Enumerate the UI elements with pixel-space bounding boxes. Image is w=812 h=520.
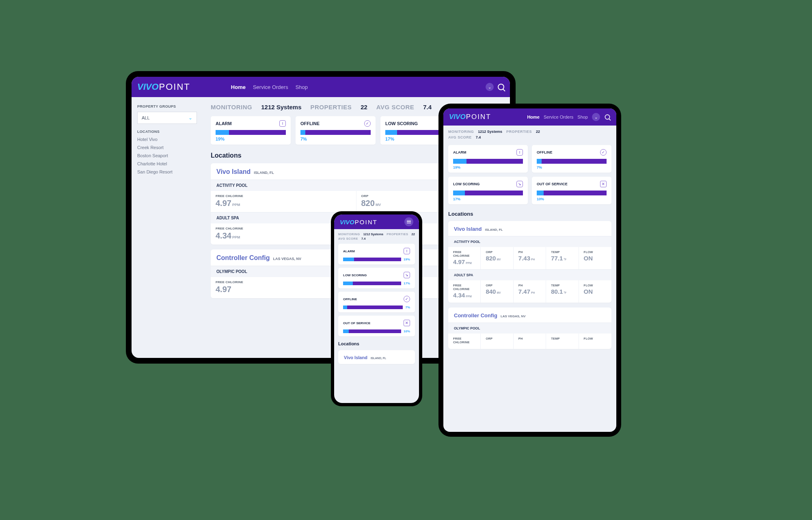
logo[interactable]: VIVOPOINT — [449, 113, 491, 121]
wrench-icon: ✕ — [600, 181, 607, 187]
search-icon[interactable] — [498, 84, 504, 90]
search-icon[interactable] — [605, 115, 610, 120]
nav-home[interactable]: Home — [231, 84, 246, 90]
main: MONITORING1212 Systems PROPERTIES22 AVG … — [334, 229, 419, 403]
status-cards: ALARM! 19% LOW SCORING↘ 17% OFFLINE✓ 7% … — [338, 244, 415, 336]
screen: VIVOPOINT MONITORING1212 Systems PROPERT… — [334, 214, 419, 403]
card-offline[interactable]: OFFLINE✓ 7% — [532, 145, 611, 173]
status-cards: ALARM! 19% OFFLINE✓ 7% LOW SCORING↘ 17% … — [448, 145, 611, 204]
chevron-down-icon[interactable]: ⌄ — [592, 113, 600, 121]
alert-icon: ! — [404, 248, 410, 254]
nav-orders[interactable]: Service Orders — [253, 84, 288, 90]
logo[interactable]: VIVOPOINT — [340, 219, 378, 225]
sidebar-item[interactable]: San Diego Resort — [137, 169, 197, 174]
chevron-down-icon: ⌄ — [188, 115, 192, 121]
nav: Home Service Orders Shop — [231, 84, 308, 90]
device-tablet-portrait: VIVOPOINT Home Service Orders Shop ⌄ MON… — [438, 104, 621, 437]
alert-icon: ! — [279, 120, 286, 127]
card-alarm[interactable]: ALARM! 19% — [448, 145, 528, 173]
header: VIVOPOINT — [334, 214, 419, 229]
card-offline[interactable]: OFFLINE✓ 7% — [338, 292, 415, 312]
sidebar-item[interactable]: Boston Seaport — [137, 153, 197, 158]
sidebar-item[interactable]: Hotel Vivo — [137, 137, 197, 142]
locations-heading: Locations — [338, 341, 415, 346]
sidebar: PROPERTY GROUPS ALL⌄ LOCATIONS Hotel Viv… — [132, 97, 203, 358]
arrow-down-right-icon: ↘ — [404, 272, 410, 278]
sidebar-locations-label: LOCATIONS — [137, 130, 197, 134]
sidebar-item[interactable]: Charlotte Hotel — [137, 161, 197, 166]
header: VIVOPOINT Home Service Orders Shop ⌄ — [132, 77, 510, 97]
card-low-scoring[interactable]: LOW SCORING↘ 17% — [338, 268, 415, 288]
screen: VIVOPOINT Home Service Orders Shop ⌄ MON… — [443, 108, 616, 432]
card-alarm[interactable]: ALARM! 19% — [338, 244, 415, 264]
main: MONITORING1212 Systems PROPERTIES22 AVG … — [443, 126, 616, 432]
card-alarm[interactable]: ALARM! 19% — [211, 116, 291, 145]
sidebar-item[interactable]: Creek Resort — [137, 145, 197, 150]
check-icon: ✓ — [600, 149, 607, 156]
locations-heading: Locations — [448, 211, 611, 217]
header: VIVOPOINT Home Service Orders Shop ⌄ — [443, 108, 616, 126]
nav-home[interactable]: Home — [527, 115, 540, 119]
card-out-of-service[interactable]: OUT OF SERVICE✕ 10% — [338, 316, 415, 336]
nav-shop[interactable]: Shop — [577, 115, 588, 119]
device-phone: VIVOPOINT MONITORING1212 Systems PROPERT… — [331, 211, 422, 406]
property-group-select[interactable]: ALL⌄ — [137, 112, 197, 124]
card-offline[interactable]: OFFLINE✓ 7% — [296, 116, 376, 145]
menu-icon[interactable] — [404, 217, 413, 226]
sidebar-groups-label: PROPERTY GROUPS — [137, 104, 197, 108]
nav: Home Service Orders Shop — [527, 115, 588, 119]
location-card-vivo[interactable]: Vivo IslandISLAND, FL ACTIVITY POOL FREE… — [448, 221, 611, 303]
card-out-of-service[interactable]: OUT OF SERVICE✕ 10% — [532, 177, 611, 204]
check-icon: ✓ — [364, 120, 371, 127]
location-card-vivo[interactable]: Vivo IslandISLAND, FL — [338, 350, 415, 364]
alert-icon: ! — [516, 149, 523, 156]
nav-shop[interactable]: Shop — [296, 84, 308, 90]
arrow-down-right-icon: ↘ — [516, 181, 523, 187]
logo[interactable]: VIVOPOINT — [137, 82, 190, 92]
sidebar-location-list: Hotel Vivo Creek Resort Boston Seaport C… — [137, 137, 197, 174]
chevron-down-icon[interactable]: ⌄ — [486, 83, 494, 91]
wrench-icon: ✕ — [404, 320, 410, 326]
card-low-scoring[interactable]: LOW SCORING↘ 17% — [448, 177, 528, 204]
location-card-controller[interactable]: Controller ConfigLAS VEGAS, NV OLYMPIC P… — [448, 308, 611, 349]
nav-orders[interactable]: Service Orders — [544, 115, 573, 119]
check-icon: ✓ — [404, 296, 410, 302]
